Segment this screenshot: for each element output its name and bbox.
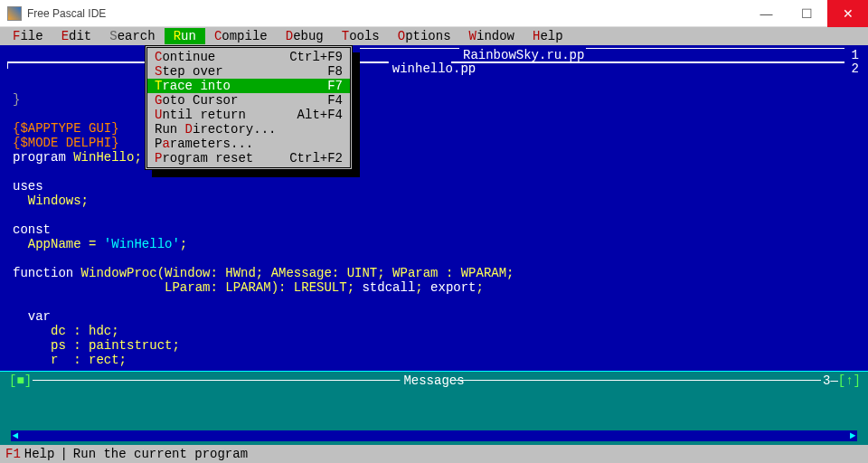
menubar: File Edit Search Run Compile Debug Tools…	[0, 27, 868, 45]
tab-front-num: 2	[852, 61, 859, 76]
tab-front[interactable]: winhello.pp	[389, 61, 479, 76]
menu-tools[interactable]: Tools	[333, 28, 389, 44]
menu-debug[interactable]: Debug	[277, 28, 333, 44]
menu-run[interactable]: Run	[165, 28, 205, 44]
menu-window[interactable]: Window	[460, 28, 524, 44]
messages-panel: [■] Messages 3—[↑] ◄ ►	[0, 371, 868, 445]
scroll-right-icon[interactable]: ►	[848, 430, 857, 441]
menu-help[interactable]: Help	[524, 28, 572, 44]
messages-close-icon[interactable]: [■]	[9, 373, 32, 388]
status-help[interactable]: Help	[24, 447, 55, 461]
app-icon	[7, 6, 22, 21]
scroll-left-icon[interactable]: ◄	[11, 430, 20, 441]
menu-run-directory[interactable]: Run Directory...	[147, 122, 350, 137]
messages-title: Messages	[400, 373, 467, 388]
menu-search[interactable]: Search	[100, 28, 164, 44]
menu-goto-cursor[interactable]: Goto CursorF4	[147, 93, 350, 108]
titlebar: Free Pascal IDE — ☐ ✕	[0, 0, 868, 27]
statusbar: F1 Help | Run the current program	[0, 445, 868, 463]
menu-continue[interactable]: ContinueCtrl+F9	[147, 50, 350, 64]
tab-back[interactable]: RainbowSky.ru.pp	[459, 48, 588, 62]
run-dropdown: ContinueCtrl+F9 Step overF8 Trace intoF7…	[145, 45, 353, 170]
tab-back-num: 1	[852, 48, 859, 62]
editor-area: RainbowSky.ru.pp 1 winhello.pp 2 } {$APP…	[0, 45, 868, 371]
menu-options[interactable]: Options	[389, 28, 460, 44]
menu-parameters[interactable]: Parameters...	[147, 137, 350, 151]
status-hint: Run the current program	[73, 447, 248, 461]
menu-compile[interactable]: Compile	[205, 28, 277, 44]
menu-until-return[interactable]: Until returnAlt+F4	[147, 108, 350, 122]
menu-edit[interactable]: Edit	[52, 28, 101, 44]
messages-num: 3—[↑]	[823, 373, 861, 388]
messages-scrollbar[interactable]: ◄ ►	[11, 430, 857, 441]
menu-step-over[interactable]: Step overF8	[147, 64, 350, 79]
menu-program-reset[interactable]: Program resetCtrl+F2	[147, 151, 350, 165]
menu-trace-into[interactable]: Trace intoF7	[147, 79, 350, 93]
minimize-button[interactable]: —	[746, 0, 787, 27]
close-button[interactable]: ✕	[827, 0, 868, 27]
window-title: Free Pascal IDE	[27, 7, 746, 20]
menu-file[interactable]: File	[4, 28, 52, 44]
maximize-button[interactable]: ☐	[787, 0, 827, 27]
status-f1[interactable]: F1	[5, 447, 21, 461]
